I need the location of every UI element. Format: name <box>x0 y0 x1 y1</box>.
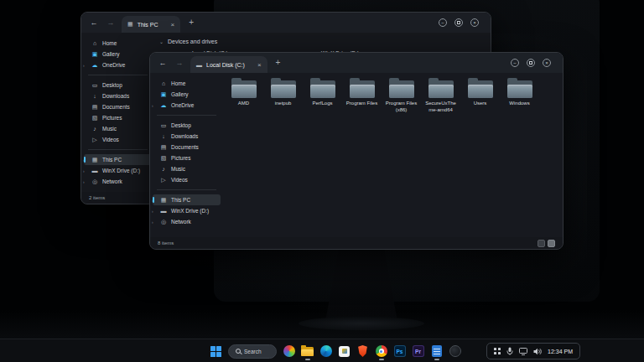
sidebar-item-desktop[interactable]: ▭ Desktop <box>153 120 221 131</box>
tab-this-pc[interactable]: ▦ This PC × <box>122 16 180 33</box>
start-button[interactable] <box>210 342 222 360</box>
forward-icon[interactable]: → <box>174 53 185 73</box>
expander-icon[interactable]: › <box>83 158 85 163</box>
folder-users[interactable]: Users <box>463 78 497 113</box>
folder-program-files-x86[interactable]: Program Files (x86) <box>384 78 418 113</box>
sidebar-item-label: Pictures <box>171 155 190 161</box>
speaker-icon[interactable] <box>533 348 542 355</box>
sidebar-item-winx-drive[interactable]: › ▬ WinX Drive (D:) <box>84 165 152 176</box>
details-view-button[interactable] <box>548 240 555 247</box>
folder-windows[interactable]: Windows <box>502 78 537 113</box>
sidebar-item-onedrive[interactable]: › ☁ OneDrive <box>84 59 152 70</box>
expander-icon[interactable]: › <box>152 220 153 225</box>
folder-icon <box>428 78 454 99</box>
sidebar-item-network[interactable]: › ◎ Network <box>153 216 221 227</box>
folder-perflogs[interactable]: PerfLogs <box>305 78 340 113</box>
sidebar-item-onedrive[interactable]: › ☁ OneDrive <box>153 100 221 111</box>
sidebar-item-documents[interactable]: ▤ Documents <box>84 101 152 112</box>
clock[interactable]: 12:34 PM <box>548 349 573 354</box>
sidebar-item-this-pc[interactable]: › ▦ This PC <box>84 154 152 165</box>
folder-program-files[interactable]: Program Files <box>345 78 379 113</box>
chevron-down-icon[interactable]: ⌄ <box>159 39 164 44</box>
new-tab-button[interactable]: + <box>189 13 194 33</box>
close-button[interactable]: × <box>470 18 479 27</box>
search-icon <box>236 349 241 354</box>
circular-app-button[interactable] <box>449 342 461 360</box>
large-icons-view-button[interactable] <box>538 240 545 247</box>
sidebar-item-gallery[interactable]: ▣ Gallery <box>153 89 221 100</box>
titlebar[interactable]: ← → ▦ This PC × + − × <box>81 13 491 33</box>
forward-icon[interactable]: → <box>105 13 117 33</box>
sidebar-item-label: Home <box>102 40 117 46</box>
sidebar-item-documents[interactable]: ▤ Documents <box>153 142 221 153</box>
sidebar-item-music[interactable]: ♪ Music <box>153 163 221 174</box>
folder-icon <box>231 78 257 99</box>
notes-app-button[interactable] <box>430 342 443 360</box>
chrome-button[interactable] <box>375 342 387 360</box>
sidebar-item-gallery[interactable]: ▣ Gallery <box>84 49 152 59</box>
home-icon: ⌂ <box>91 40 98 46</box>
tab-local-disk-c[interactable]: ▬ Local Disk (C:) × <box>190 56 267 73</box>
sidebar-item-downloads[interactable]: ↓ Downloads <box>84 90 152 101</box>
expander-icon[interactable]: › <box>83 168 85 173</box>
photos-icon <box>283 345 295 357</box>
sidebar-item-videos[interactable]: ▷ Videos <box>153 174 221 185</box>
folder-name: SecureUxTheme-amd64 <box>423 101 458 113</box>
videos-icon: ▷ <box>160 177 167 184</box>
sidebar-item-pictures[interactable]: ▧ Pictures <box>84 112 152 123</box>
devices-and-drives-section[interactable]: ⌄ Devices and drives <box>154 33 491 49</box>
expander-icon[interactable]: › <box>152 209 153 214</box>
system-tray[interactable]: 12:34 PM <box>486 343 580 359</box>
brave-button[interactable] <box>356 342 369 360</box>
back-icon[interactable]: ← <box>157 53 169 73</box>
store-button[interactable] <box>338 342 351 360</box>
sidebar-item-label: Desktop <box>102 82 122 88</box>
photos-app-button[interactable] <box>283 342 295 360</box>
sidebar-item-label: Videos <box>102 137 119 142</box>
sidebar-item-downloads[interactable]: ↓ Downloads <box>153 131 221 142</box>
close-button[interactable]: × <box>543 59 551 67</box>
sidebar-item-desktop[interactable]: ▭ Desktop <box>84 80 152 90</box>
photoshop-button[interactable]: Ps <box>393 342 406 360</box>
expander-icon[interactable]: › <box>83 63 85 68</box>
sidebar-item-home[interactable]: ⌂ Home <box>153 78 221 89</box>
back-icon[interactable]: ← <box>88 13 100 33</box>
pictures-icon: ▧ <box>91 115 98 122</box>
sidebar-item-winx-drive[interactable]: › ▬ WinX Drive (D:) <box>153 205 221 216</box>
minimize-button[interactable]: − <box>439 18 447 27</box>
explorer-window-local-disk-c[interactable]: ← → ▬ Local Disk (C:) × + − × ⌂ Home <box>149 52 564 250</box>
sidebar-item-label: Documents <box>171 144 199 150</box>
display-icon[interactable] <box>519 348 527 355</box>
sidebar-item-home[interactable]: ⌂ Home <box>84 38 152 49</box>
sidebar-separator <box>88 149 148 150</box>
tab-label: This PC <box>138 22 158 28</box>
taskbar-search[interactable]: Search <box>228 344 277 359</box>
microphone-icon[interactable] <box>506 347 513 355</box>
folder-inetpub[interactable]: inetpub <box>266 78 300 113</box>
edge-button[interactable] <box>319 342 332 360</box>
titlebar[interactable]: ← → ▬ Local Disk (C:) × + − × <box>150 53 563 73</box>
premiere-button[interactable]: Pr <box>412 342 424 360</box>
expander-icon[interactable]: › <box>152 198 153 203</box>
sidebar-item-label: Network <box>102 178 122 184</box>
file-explorer-button[interactable] <box>301 342 314 360</box>
maximize-button[interactable] <box>454 18 463 27</box>
new-tab-button[interactable]: + <box>276 53 281 73</box>
expander-icon[interactable]: › <box>83 179 85 184</box>
expander-icon[interactable]: › <box>152 103 153 108</box>
desktop: ← → ▦ This PC × + − × ⌂ Home ▣ <box>0 0 644 362</box>
sidebar-item-videos[interactable]: ▷ Videos <box>84 134 152 145</box>
this-pc-icon: ▦ <box>160 197 167 204</box>
sidebar-item-music[interactable]: ♪ Music <box>84 123 152 134</box>
folder-amd[interactable]: AMD <box>226 78 261 113</box>
close-tab-icon[interactable]: × <box>171 21 175 28</box>
onedrive-cloud-icon: ☁ <box>91 62 98 69</box>
minimize-button[interactable]: − <box>511 59 519 67</box>
close-tab-icon[interactable]: × <box>257 61 262 69</box>
sidebar-item-network[interactable]: › ◎ Network <box>84 176 152 187</box>
sidebar-item-this-pc[interactable]: › ▦ This PC <box>153 194 221 205</box>
hidden-icons-button[interactable] <box>494 348 501 354</box>
sidebar-item-pictures[interactable]: ▧ Pictures <box>153 153 221 163</box>
maximize-button[interactable] <box>527 59 535 67</box>
folder-secureuxtheme-amd64[interactable]: SecureUxTheme-amd64 <box>423 78 458 113</box>
